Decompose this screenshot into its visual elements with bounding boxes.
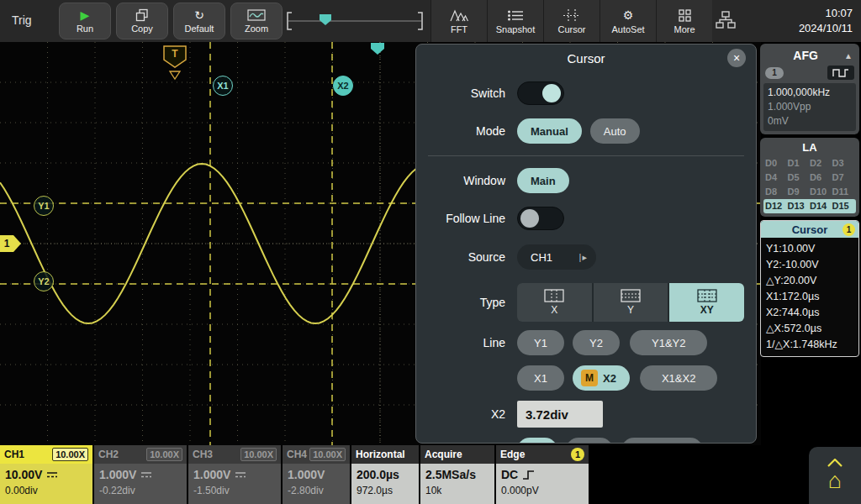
afg-channel-badge: 1 (765, 67, 784, 79)
clock-time: 10:07 (799, 6, 853, 21)
snapshot-button[interactable]: Snapshot (487, 0, 543, 42)
fft-button[interactable]: FFT (430, 0, 487, 42)
trigger-source-badge: 1 (571, 448, 584, 461)
ch1-position: 0.00div (5, 483, 87, 498)
trigger-position-indicator[interactable] (286, 8, 424, 34)
source-select[interactable]: CH1 |▸ (517, 244, 596, 270)
type-x-button[interactable]: X (517, 283, 592, 322)
mode-auto-button[interactable]: Auto (590, 118, 640, 144)
afg-amplitude: 1.000Vpp (768, 100, 852, 114)
fft-icon (450, 8, 468, 23)
network-tree-icon (716, 11, 736, 29)
cursor-x1-handle[interactable]: X1 (213, 76, 233, 96)
collapse-up-icon[interactable]: ▲ (844, 51, 853, 60)
expand-arrow-icon: |▸ (579, 252, 588, 263)
autoset-button[interactable]: ⚙ AutoSet (600, 0, 656, 42)
type-label: Type (428, 296, 505, 309)
x-unit-percent-button[interactable]: Percent(%) (621, 438, 703, 444)
afg-panel[interactable]: AFG ▲ 1 1.000,000kHz 1.000Vpp 0mV (760, 44, 859, 134)
ch2-volts: 1.000V (99, 466, 136, 483)
network-button[interactable] (716, 11, 736, 33)
line-y2-button[interactable]: Y2 (573, 330, 620, 355)
default-button[interactable]: ↻ Default (173, 3, 225, 39)
line-y1y2-button[interactable]: Y1&Y2 (630, 330, 707, 355)
rising-edge-icon (522, 469, 535, 480)
home-icon[interactable]: ⌂ (828, 469, 842, 492)
readout-inverse-delta-x: 1/△X:1.748kHz (766, 337, 853, 353)
follow-line-toggle[interactable] (517, 207, 564, 230)
default-label: Default (185, 24, 214, 34)
ch2-probe-badge: 10.00X (146, 448, 182, 461)
cursor-y2-handle[interactable]: Y2 (34, 271, 54, 291)
cursor-panel-title: Cursor (792, 223, 828, 236)
line-x1-button[interactable]: X1 (517, 365, 564, 391)
cursor-button[interactable]: Cursor (543, 0, 600, 42)
channel3-block[interactable]: CH3 10.00X 1.000V -1.50div (188, 445, 281, 504)
la-panel[interactable]: LA D0D1D2D3 D4D5D6D7 D8D9D10D11 D12D13D1… (760, 138, 859, 217)
scope-top-marker-icon[interactable] (370, 42, 385, 59)
right-sidebar: AFG ▲ 1 1.000,000kHz 1.000Vpp 0mV LA D0D… (760, 44, 859, 357)
cursor-y1-handle[interactable]: Y1 (34, 196, 54, 216)
channel1-level-marker[interactable]: 1 (0, 234, 22, 256)
clock: 10:07 2024/10/11 (799, 6, 853, 36)
trigger-block[interactable]: Edge 1 DC 0.000pV (496, 445, 589, 504)
type-y-icon (621, 289, 641, 302)
run-button[interactable]: ▶ Run (59, 3, 111, 39)
cursor-x2-handle[interactable]: X2 (333, 76, 353, 96)
afg-offset: 0mV (768, 114, 852, 129)
x-unit-hz-button[interactable]: Hz (566, 438, 613, 444)
x2-value-input[interactable]: 3.72div (517, 401, 603, 428)
trigger-t-label: T (172, 48, 178, 60)
x-unit-s-button[interactable]: s (517, 438, 557, 444)
gear-icon: ⚙ (623, 8, 634, 23)
more-button[interactable]: More (656, 0, 712, 42)
channel2-block[interactable]: CH2 10.00X 1.000V -0.22div (94, 445, 187, 504)
cursor-label: Cursor (557, 24, 585, 34)
dialog-divider (428, 155, 744, 156)
ch3-volts: 1.000V (193, 466, 230, 483)
ch4-volts: 1.000V (288, 466, 325, 483)
cursor-readout-panel[interactable]: Cursor 1 Y1:10.00V Y2:-10.00V △Y:20.00V … (760, 220, 859, 357)
clock-date: 2024/10/11 (799, 21, 853, 36)
trig-menu[interactable]: Trig (12, 13, 32, 27)
channel4-block[interactable]: CH4 10.00X 1.000V -2.80div (283, 445, 350, 504)
ch4-name: CH4 (287, 449, 307, 460)
oscilloscope-screen: Trig ▶ Run Copy ↻ Default Zoom (0, 0, 861, 504)
acquire-title: Acquire (425, 449, 462, 460)
readout-delta-y: △Y:20.00V (766, 273, 853, 289)
mode-manual-button[interactable]: Manual (517, 118, 582, 144)
copy-button[interactable]: Copy (116, 3, 168, 39)
trigger-position-marker-icon (320, 14, 331, 25)
zoom-label: Zoom (245, 24, 268, 34)
readout-x1: X1:172.0µs (766, 289, 853, 305)
line-y1-button[interactable]: Y1 (517, 330, 564, 355)
horizontal-block[interactable]: Horizontal 200.0µs 972.0µs (351, 445, 419, 504)
toggle-knob (520, 209, 539, 228)
ch1-probe-badge: 10.00X (52, 448, 88, 461)
type-xy-label: XY (700, 304, 714, 316)
edge-title: Edge (500, 449, 525, 460)
x2-value-label: X2 (428, 407, 505, 421)
trigger-time-marker[interactable]: T (163, 45, 187, 84)
ch2-position: -0.22div (99, 483, 182, 498)
more-grid-icon (679, 8, 691, 23)
dc-coupling-icon (140, 470, 152, 479)
bottom-status-bar: CH1 10.00X 10.00V 0.00div CH2 10.00X 1.0… (0, 445, 861, 504)
ch3-probe-badge: 10.00X (240, 448, 277, 461)
window-main-button[interactable]: Main (517, 168, 569, 193)
channel1-block[interactable]: CH1 10.00X 10.00V 0.00div (0, 445, 92, 504)
cursor-switch-toggle[interactable] (517, 81, 564, 105)
chevron-up-icon[interactable] (827, 459, 843, 467)
acquire-block[interactable]: Acquire 2.5MSa/s 10k (420, 445, 494, 504)
line-x1x2-button[interactable]: X1&X2 (640, 365, 717, 391)
close-icon[interactable]: × (727, 49, 746, 67)
type-y-button[interactable]: Y (594, 283, 668, 322)
line-x2-button[interactable]: M X2 (573, 365, 630, 391)
type-xy-button[interactable]: XY (669, 283, 744, 322)
copy-label: Copy (131, 24, 153, 34)
la-row: D8D9D10D11 (763, 185, 856, 199)
readout-delta-x: △X:572.0µs (766, 321, 853, 337)
top-toolbar: Trig ▶ Run Copy ↻ Default Zoom (0, 0, 861, 42)
function-tiles: FFT Snapshot Cursor ⚙ AutoSet (430, 0, 712, 42)
zoom-button[interactable]: Zoom (230, 3, 283, 39)
